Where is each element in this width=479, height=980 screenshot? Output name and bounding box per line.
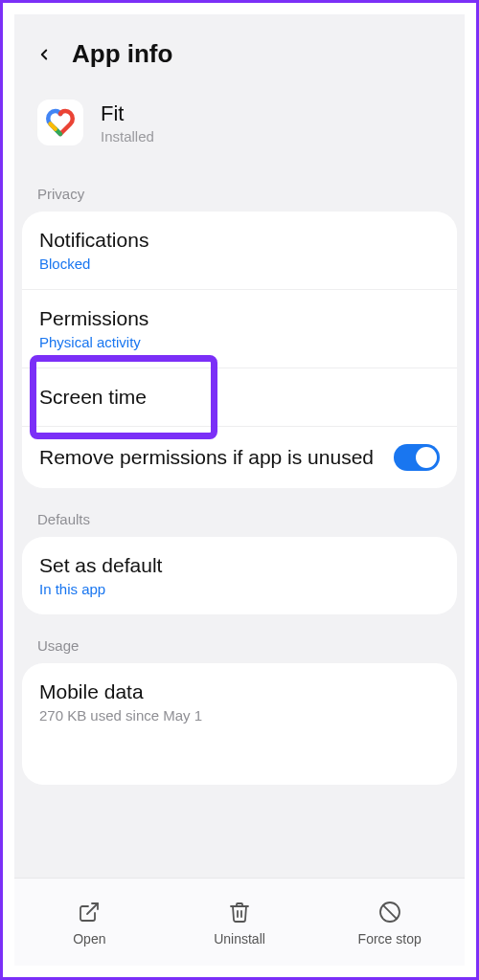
stop-icon bbox=[376, 899, 403, 925]
section-label-usage: Usage bbox=[14, 614, 465, 663]
open-label: Open bbox=[73, 931, 105, 947]
set-default-title: Set as default bbox=[39, 554, 440, 577]
remove-permissions-title: Remove permissions if app is unused bbox=[39, 444, 380, 470]
uninstall-label: Uninstall bbox=[214, 931, 265, 947]
notifications-title: Notifications bbox=[39, 229, 440, 252]
uninstall-button[interactable]: Uninstall bbox=[165, 899, 315, 947]
section-label-defaults: Defaults bbox=[14, 488, 465, 537]
set-default-row[interactable]: Set as default In this app bbox=[22, 537, 457, 614]
bottom-action-bar: Open Uninstall Force stop bbox=[14, 878, 465, 966]
force-stop-button[interactable]: Force stop bbox=[314, 899, 465, 947]
notifications-row[interactable]: Notifications Blocked bbox=[22, 212, 457, 289]
permissions-title: Permissions bbox=[39, 307, 440, 330]
screen-time-title: Screen time bbox=[39, 386, 440, 409]
chevron-left-icon bbox=[35, 46, 53, 63]
svg-line-0 bbox=[87, 903, 98, 914]
notifications-status: Blocked bbox=[39, 256, 440, 272]
mobile-data-row[interactable]: Mobile data 270 KB used since May 1 bbox=[22, 663, 457, 741]
remove-permissions-row[interactable]: Remove permissions if app is unused bbox=[22, 426, 457, 488]
permissions-status: Physical activity bbox=[39, 334, 440, 350]
google-fit-heart-icon bbox=[43, 105, 78, 140]
mobile-data-status: 270 KB used since May 1 bbox=[39, 707, 440, 724]
app-name: Fit bbox=[101, 101, 154, 126]
permissions-row[interactable]: Permissions Physical activity bbox=[22, 289, 457, 368]
open-icon bbox=[76, 899, 103, 925]
force-stop-label: Force stop bbox=[358, 931, 422, 947]
mobile-data-title: Mobile data bbox=[39, 680, 440, 703]
set-default-status: In this app bbox=[39, 581, 440, 597]
app-install-status: Installed bbox=[101, 128, 154, 145]
page-title: App info bbox=[72, 39, 172, 69]
back-button[interactable] bbox=[34, 44, 55, 65]
screen-time-row[interactable]: Screen time bbox=[22, 368, 457, 426]
remove-permissions-toggle[interactable] bbox=[394, 444, 440, 471]
svg-line-2 bbox=[383, 904, 397, 918]
trash-icon bbox=[226, 899, 253, 925]
section-label-privacy: Privacy bbox=[14, 163, 465, 212]
truncated-row bbox=[22, 741, 457, 785]
open-button[interactable]: Open bbox=[14, 899, 165, 947]
app-summary: Fit Installed bbox=[14, 78, 465, 163]
app-icon bbox=[37, 100, 83, 145]
